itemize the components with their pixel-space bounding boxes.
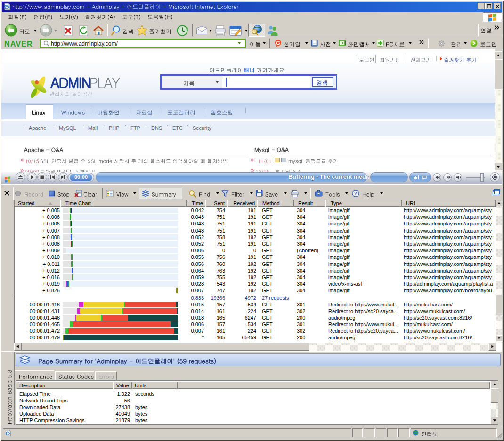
svg-text:?: ? — [354, 191, 357, 196]
